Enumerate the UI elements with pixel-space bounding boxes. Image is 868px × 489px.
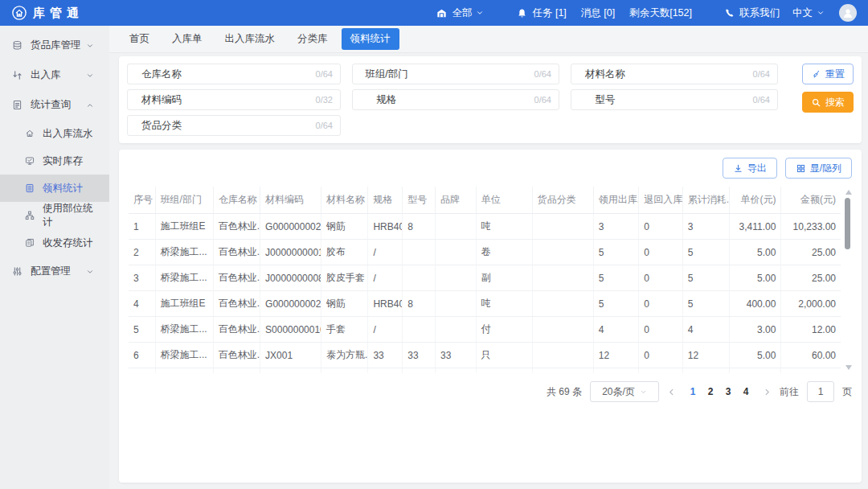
table-cell: JX001 — [260, 343, 321, 368]
scrollbar-thumb[interactable] — [845, 198, 850, 249]
table-cell: 10,233.00 — [781, 214, 841, 240]
language-selector[interactable]: 中文 — [792, 6, 825, 20]
sidebar: 货品库管理出入库统计查询出入库流水实时库存领料统计使用部位统计收发存统计配置管理 — [0, 26, 109, 489]
search-field-0: 仓库名称0/64 — [127, 64, 341, 84]
goods-store-icon — [11, 39, 23, 51]
tab-3[interactable]: 分类库 — [289, 28, 337, 50]
table-cell: 0 — [639, 291, 683, 317]
tab-0[interactable]: 首页 — [121, 28, 158, 50]
in-out-icon — [11, 69, 23, 81]
table-row[interactable]: 2桥梁施工...百色林业...J0000000001胶布/卷5055.0025.… — [129, 240, 841, 265]
sidebar-subitem-label: 使用部位统计 — [43, 202, 101, 229]
next-page-button[interactable] — [763, 388, 772, 397]
pagination: 共 69 条 20条/页 1234 前往 页 — [129, 381, 852, 402]
vertical-scrollbar[interactable] — [844, 187, 852, 373]
search-field-input[interactable] — [639, 94, 753, 105]
sidebar-subitem-2-2[interactable]: 领料统计 — [0, 175, 109, 202]
data-table: 序号班组/部门仓库名称材料编码材料名称规格型号品牌单位货品分类领用出库...退回… — [129, 187, 841, 373]
sidebar-subitem-2-1[interactable]: 实时库存 — [0, 147, 109, 175]
sidebar-item-2[interactable]: 统计查询 — [0, 90, 109, 120]
search-field-input[interactable] — [420, 94, 534, 105]
table-cell: 4 — [593, 317, 638, 343]
column-header: 规格 — [368, 187, 403, 214]
table-row[interactable]: 6桥梁施工...百色林业...JX001泰为方瓶...333333只120125… — [129, 343, 841, 368]
sidebar-subitem-2-0[interactable]: 出入库流水 — [0, 120, 109, 147]
search-field-input[interactable] — [195, 120, 316, 131]
table-row[interactable]: 3桥梁施工...百色林业...J00000000088胶皮手套/副5055.00… — [129, 265, 841, 291]
goto-page-input[interactable] — [807, 381, 834, 402]
prev-page-button[interactable] — [667, 388, 676, 397]
search-button[interactable]: 搜索 — [802, 92, 854, 113]
warehouse-selector[interactable]: 全部 — [436, 6, 484, 20]
user-avatar[interactable] — [839, 4, 857, 22]
page-number-2[interactable]: 2 — [702, 386, 719, 397]
table-cell: 330.00 — [730, 368, 781, 374]
bell-icon — [516, 7, 528, 19]
app-logo: 库管通 — [11, 5, 84, 21]
column-header: 累计消耗... — [682, 187, 729, 214]
sidebar-subitem-2-4[interactable]: 收发存统计 — [0, 229, 109, 257]
page-number-3[interactable]: 3 — [719, 386, 737, 397]
search-field-label: 型号 — [571, 93, 639, 107]
table-cell: S0000000010 — [260, 317, 321, 343]
table-cell: 百色林业... — [213, 368, 260, 374]
sidebar-menu: 货品库管理出入库统计查询出入库流水实时库存领料统计使用部位统计收发存统计配置管理 — [0, 26, 109, 286]
sidebar-item-0[interactable]: 货品库管理 — [0, 31, 109, 60]
sidebar-subitem-label: 领料统计 — [43, 182, 83, 195]
table-cell: 3 — [129, 265, 155, 291]
search-field-input[interactable] — [195, 94, 316, 105]
page-size-select[interactable]: 20条/页 — [590, 381, 659, 402]
table-cell: 3 — [593, 214, 638, 240]
tab-4[interactable]: 领料统计 — [342, 28, 399, 50]
sidebar-item-label: 统计查询 — [31, 98, 86, 112]
table-cell: P0000000004 — [260, 368, 321, 374]
table-cell: 普通预拌... — [321, 368, 367, 374]
page-number-1[interactable]: 1 — [684, 386, 702, 397]
table-cell: 2,000.00 — [781, 291, 841, 317]
char-counter: 0/64 — [316, 69, 340, 79]
table-cell: 5 — [593, 240, 638, 265]
table-cell: 0 — [639, 214, 683, 240]
reset-button[interactable]: 重置 — [802, 64, 854, 84]
table-row[interactable]: 7水稳施工...百色林业...P0000000004普通预拌...C30m³12… — [129, 368, 841, 374]
search-field-input[interactable] — [639, 68, 753, 80]
table-cell: 百色林业... — [213, 265, 260, 291]
tasks-link[interactable]: 任务 [1] — [516, 6, 566, 20]
contact-link[interactable]: 联系我们 — [724, 6, 780, 20]
table-cell: G000000002... — [260, 291, 321, 317]
column-header: 班组/部门 — [155, 187, 213, 214]
scroll-up-arrow[interactable] — [845, 190, 852, 195]
table-row[interactable]: 4施工班组E百色林业...G000000002...钢筋HRB40...8吨50… — [129, 291, 841, 317]
page-number-4[interactable]: 4 — [737, 386, 755, 397]
user-icon — [841, 6, 854, 19]
table-cell: 7 — [129, 368, 155, 374]
export-button[interactable]: 导出 — [723, 158, 777, 179]
column-header: 品牌 — [436, 187, 477, 214]
table-cell: 钢筋 — [321, 214, 367, 240]
table-cell — [532, 317, 593, 343]
sidebar-subitem-2-3[interactable]: 使用部位统计 — [0, 202, 109, 229]
phone-icon — [724, 7, 735, 18]
table-viewport: 序号班组/部门仓库名称材料编码材料名称规格型号品牌单位货品分类领用出库...退回… — [129, 187, 852, 373]
search-field-input[interactable] — [195, 68, 316, 80]
chevron-down-icon — [86, 268, 94, 276]
chevron-up-icon — [86, 101, 94, 109]
char-counter: 0/64 — [316, 121, 340, 130]
search-field-input[interactable] — [420, 68, 534, 80]
table-cell: 4 — [129, 291, 155, 317]
sidebar-item-1[interactable]: 出入库 — [0, 60, 109, 90]
sidebar-item-label: 货品库管理 — [31, 39, 86, 52]
messages-link[interactable]: 消息 [0] — [581, 6, 615, 20]
table-cell: 卷 — [476, 240, 532, 265]
sidebar-item-3[interactable]: 配置管理 — [0, 257, 109, 286]
table-row[interactable]: 5桥梁施工...百色林业...S0000000010手套/付4043.0012.… — [129, 317, 841, 343]
warehouse-icon — [436, 7, 448, 19]
tab-2[interactable]: 出入库流水 — [216, 28, 285, 50]
table-cell: / — [368, 265, 403, 291]
show-hide-columns-button[interactable]: 显/隐列 — [785, 158, 852, 179]
table-row[interactable]: 1施工班组E百色林业...G000000002...钢筋HRB40...8吨30… — [129, 214, 841, 240]
material-stats-icon — [24, 183, 35, 194]
table-cell: / — [368, 317, 403, 343]
scroll-down-arrow[interactable] — [845, 365, 852, 370]
tab-1[interactable]: 入库单 — [163, 28, 211, 50]
